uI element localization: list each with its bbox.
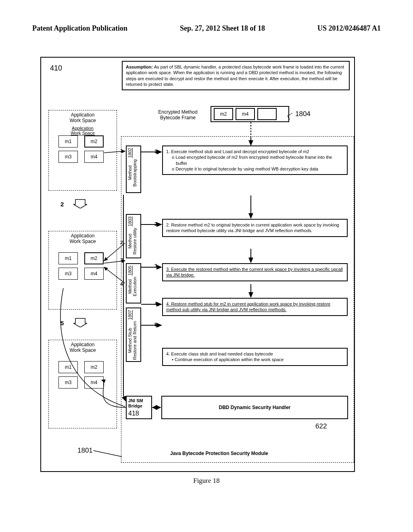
assumption-label: Assumption: — [126, 64, 153, 69]
proc-label: Method Stub Restore and Return — [127, 320, 138, 362]
step-4-text: 4. Restore method stub for m2 in current… — [166, 301, 330, 312]
jni-l1: JNI SM — [128, 398, 150, 403]
proc-execution: 1805 Method Execution — [126, 263, 141, 303]
cell-m2: m2 — [84, 135, 104, 148]
arrow-tag-4b: 4 — [120, 281, 123, 287]
cell-m4: m4 — [84, 376, 104, 389]
proc-label: Method Restore utility — [127, 226, 138, 256]
arrow-tag-2b: 2 — [120, 240, 123, 245]
step-3-box: 3. Execute the restored method within th… — [162, 263, 348, 281]
encrypted-bytecode-frame: m2 m4 — [211, 106, 289, 122]
proc-stub-restore: 1807 Method Stub Restore and Return — [126, 308, 141, 362]
ref-1803: 1803 — [127, 215, 133, 226]
header-right: US 2012/0246487 A1 — [317, 24, 381, 33]
cell-m4: m4 — [84, 268, 104, 280]
assumption-text: As part of SBL dynamic handler, a protec… — [126, 64, 344, 87]
workspace-subtitle: Application Work Space — [49, 126, 117, 135]
assumption-box: Assumption: As part of SBL dynamic handl… — [122, 61, 350, 90]
header-left: Patent Application Publication — [32, 24, 127, 33]
workspace-title: Application Work Space — [49, 340, 117, 354]
transition-arrow-2 — [73, 199, 87, 208]
diagram-figure-18: 410 Assumption: As part of SBL dynamic h… — [40, 57, 355, 472]
arrow-tag-4a: 4 — [154, 301, 158, 307]
arrow-tag-1b: 1 — [120, 148, 123, 154]
arrow-tag-5: 5 — [154, 322, 158, 328]
cell-m1: m1 — [58, 361, 78, 373]
step-5-bullet-1: • Continue execution of application with… — [172, 357, 344, 362]
ref-622: 622 — [315, 422, 327, 430]
security-module-title: Java Bytecode Protection Security Module — [170, 451, 268, 456]
transition-arrow-5 — [73, 318, 87, 327]
step-5-head: 4. Execute class stub and load needed cl… — [166, 351, 344, 357]
workspace-group-1: Application Work Space Application Work … — [48, 110, 117, 191]
step-1-bullet-2: o Decrypte it to original bytecode by us… — [172, 166, 344, 172]
jni-l2: Bridge — [128, 403, 150, 409]
enc-cell-m2: m2 — [214, 108, 233, 120]
svg-line-17 — [94, 451, 122, 457]
ref-410: 410 — [50, 64, 62, 73]
workspace-title: Application Work Space — [49, 110, 117, 124]
jni-bridge-box: JNI SM Bridge 418 — [126, 396, 152, 419]
workspace-grid-3: m1 m2 m3 m4 — [58, 361, 107, 389]
workspace-grid-2: m1 m2 m3 m4 — [58, 252, 107, 280]
workspace-group-3: Application Work Space m1 m2 m3 m4 — [48, 340, 117, 428]
proc-label: Method Bootstrapping — [127, 158, 138, 188]
page-header: Patent Application Publication Sep. 27, … — [32, 24, 381, 33]
step-4-box: 4. Restore method stub for m2 in current… — [162, 298, 348, 316]
ref-1801: 1801 — [77, 447, 93, 455]
cell-m3: m3 — [58, 268, 78, 280]
dbd-handler-box: DBD Dynamic Security Handler — [161, 396, 348, 419]
header-mid: Sep. 27, 2012 Sheet 18 of 18 — [180, 24, 265, 33]
ref-1802: 1802 — [127, 146, 133, 158]
enc-cell-m4: m4 — [236, 108, 255, 120]
cell-m2: m2 — [84, 252, 104, 264]
workspace-group-2: Application Work Space m1 m2 m3 m4 — [48, 231, 117, 310]
encrypted-bytecode-label: Encrypted Method Bytecode Frame — [148, 109, 208, 121]
step-1-bullet-1: o Load encrypted bytecode of m2 from enc… — [172, 154, 344, 166]
cell-m3: m3 — [58, 376, 78, 389]
workspace-title: Application Work Space — [49, 231, 117, 245]
ref-1807: 1807 — [127, 308, 133, 320]
arrow-tag-3a: 3 — [154, 263, 158, 269]
step-5-box: 4. Execute class stub and load needed cl… — [162, 348, 348, 366]
ref-1804: 1804 — [295, 110, 311, 118]
proc-restore-utility: 1803 Method Restore utility — [126, 214, 141, 258]
step-1-head: 1. Execute method stub and Load and decr… — [166, 149, 344, 154]
arrow-tag-3b: 3 — [120, 257, 123, 263]
cell-m4: m4 — [84, 151, 104, 163]
cell-m3: m3 — [58, 151, 78, 163]
step-1-box: 1. Execute method stub and Load and decr… — [162, 145, 348, 175]
enc-cell-empty — [257, 108, 277, 120]
arrow-tag-2a: 2 — [154, 221, 158, 227]
proc-bootstrapping: 1802 Method Bootstrapping — [126, 145, 141, 193]
figure-caption: Figure 18 — [32, 477, 381, 485]
cell-m1: m1 — [58, 252, 78, 264]
cell-m1: m1 — [58, 135, 78, 148]
step-3-text: 3. Execute the restored method within th… — [166, 267, 343, 277]
ref-418: 418 — [128, 409, 150, 417]
ref-1805: 1805 — [127, 264, 133, 275]
transition-label-2: 2 — [60, 201, 64, 208]
cell-m2: m2 — [84, 361, 104, 373]
workspace-grid-1: m1 m2 m3 m4 — [58, 135, 107, 163]
step-2-box: 2. Restore method m2 to original bytecod… — [162, 219, 348, 237]
transition-label-5: 5 — [60, 320, 64, 326]
arrow-tag-1a: 1 — [154, 149, 158, 154]
proc-label: Method Execution — [127, 275, 138, 298]
